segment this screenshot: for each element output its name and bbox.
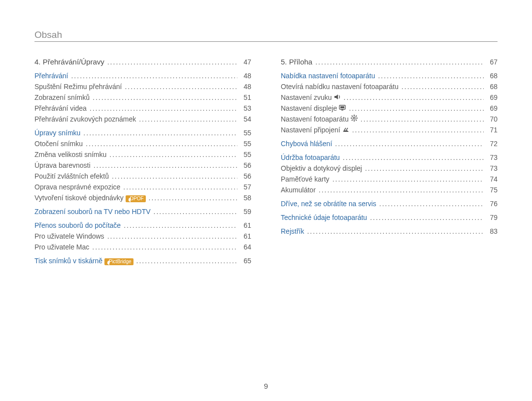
badge-pictbridge: PictBridge — [104, 258, 133, 265]
leader-dots — [365, 163, 484, 174]
right-column: 5. Příloha67Nabídka nastavení fotoaparát… — [281, 57, 498, 266]
leader-dots — [378, 70, 484, 81]
toc-item-left-0-3-label: Přehrávání zvukových poznámek — [34, 114, 136, 124]
toc-item-left-3-0: Pro uživatele Windows61 — [34, 231, 251, 242]
leader-dots — [307, 226, 484, 237]
toc-item-left-1-5-label: Vytvoření tiskové objednávky — [34, 192, 124, 203]
group-header-left-2-label: Zobrazení souborů na TV nebo HDTV — [34, 206, 151, 217]
group-header-left-2-page: 59 — [240, 206, 251, 217]
leader-dots — [343, 152, 484, 163]
leader-dots — [319, 185, 484, 195]
group-header-right-3[interactable]: Dříve, než se obrátíte na servis76 — [281, 198, 498, 209]
leader-dots — [107, 231, 237, 242]
group-header-left-1[interactable]: Úpravy snímku55 — [34, 127, 251, 138]
group-header-right-1[interactable]: Chybová hlášení72 — [281, 138, 498, 149]
group-header-right-3-label: Dříve, než se obrátíte na servis — [281, 198, 376, 209]
toc-item-left-1-2: Úprava barevnosti56 — [34, 160, 251, 171]
group-header-right-0-page: 68 — [487, 70, 498, 81]
toc-item-right-2-1-label: Paměťové karty — [281, 174, 330, 185]
leader-dots — [401, 81, 484, 92]
leader-dots — [124, 220, 237, 231]
group-header-left-3-page: 61 — [240, 220, 251, 231]
leader-dots — [332, 174, 484, 185]
group-header-left-4[interactable]: Tisk snímků v tiskárněPictBridge65 — [34, 255, 251, 266]
leader-dots — [92, 242, 237, 252]
group-header-right-5[interactable]: Rejstřík83 — [281, 226, 498, 237]
badge-dpof: DPOF — [126, 195, 146, 202]
group-header-left-2[interactable]: Zobrazení souborů na TV nebo HDTV59 — [34, 206, 251, 217]
group-header-right-1-page: 72 — [487, 138, 498, 149]
display-icon — [339, 105, 346, 111]
group-header-right-0-label: Nabídka nastavení fotoaparátu — [281, 70, 375, 81]
group-header-right-2-label: Údržba fotoaparátu — [281, 152, 340, 163]
toc-item-left-0-0-label: Spuštění Režimu přehrávání — [34, 81, 122, 92]
toc-item-left-1-4: Oprava nesprávné expozice57 — [34, 182, 251, 192]
group-header-left-4-page: 65 — [240, 255, 251, 266]
toc-item-left-1-1-label: Změna velikosti snímku — [34, 149, 106, 160]
toc-item-right-2-0-page: 73 — [487, 163, 498, 174]
group-header-right-4-label: Technické údaje fotoaparátu — [281, 212, 367, 223]
leader-dots — [93, 92, 237, 103]
group-header-right-4[interactable]: Technické údaje fotoaparátu79 — [281, 212, 498, 223]
toc-item-left-1-0-page: 55 — [240, 138, 251, 149]
toc-item-left-0-1-page: 51 — [240, 92, 251, 103]
toc-item-right-0-2-page: 69 — [487, 103, 498, 114]
section-header-left-page: 47 — [240, 57, 251, 67]
leader-dots — [71, 70, 237, 81]
toc-item-left-1-2-label: Úprava barevnosti — [34, 160, 91, 171]
section-header-left-label: 4. Přehrávání/Úpravy — [34, 57, 104, 67]
group-header-right-0[interactable]: Nabídka nastavení fotoaparátu68 — [281, 70, 498, 81]
toc-item-right-2-1: Paměťové karty74 — [281, 174, 498, 185]
toc-item-left-3-1-page: 64 — [240, 242, 251, 252]
leader-dots — [315, 57, 484, 67]
toc-item-right-0-3-label: Nastavení fotoaparátu — [281, 114, 349, 124]
toc-item-right-0-3-page: 70 — [487, 114, 498, 124]
leader-dots — [125, 81, 237, 92]
group-header-left-4-label: Tisk snímků v tiskárně — [34, 255, 102, 266]
section-header-right-page: 67 — [487, 57, 498, 67]
toc-item-left-1-5: Vytvoření tiskové objednávkyDPOF58 — [34, 192, 251, 203]
toc-item-left-1-3-label: Použití zvláštních efektů — [34, 171, 109, 182]
svg-line-8 — [352, 116, 353, 117]
group-header-right-4-page: 79 — [487, 212, 498, 223]
toc-item-right-0-1-page: 69 — [487, 92, 498, 103]
toc-item-right-2-0-label: Objektiv a dotykový displej — [281, 163, 362, 174]
toc-item-left-3-0-label: Pro uživatele Windows — [34, 231, 104, 242]
leader-dots — [90, 103, 237, 114]
toc-item-left-1-0: Otočení snímku55 — [34, 138, 251, 149]
leader-dots — [94, 160, 237, 171]
svg-line-10 — [356, 116, 357, 117]
svg-point-3 — [353, 117, 355, 119]
group-header-left-0-label: Přehrávání — [34, 70, 68, 81]
document-page: Obsah 4. Přehrávání/Úpravy47Přehrávání48… — [0, 0, 532, 401]
toc-item-left-0-1: Zobrazení snímků51 — [34, 92, 251, 103]
toc-item-left-1-4-page: 57 — [240, 182, 251, 192]
toc-item-right-0-2-label: Nastavení displeje — [281, 103, 337, 114]
toc-item-left-0-2-page: 53 — [240, 103, 251, 114]
leader-dots — [335, 138, 484, 149]
page-title: Obsah — [34, 30, 62, 40]
leader-dots — [112, 171, 237, 182]
group-header-right-2[interactable]: Údržba fotoaparátu73 — [281, 152, 498, 163]
leader-dots — [136, 255, 237, 266]
leader-dots — [109, 149, 237, 160]
group-header-right-2-page: 73 — [487, 152, 498, 163]
toc-item-right-2-2-page: 75 — [487, 185, 498, 195]
toc-item-right-0-2: Nastavení displeje69 — [281, 103, 498, 114]
toc-item-left-0-3-page: 54 — [240, 114, 251, 124]
section-header-right-label: 5. Příloha — [281, 57, 312, 67]
sound-icon — [334, 94, 341, 100]
group-header-left-0[interactable]: Přehrávání48 — [34, 70, 251, 81]
group-header-left-1-page: 55 — [240, 127, 251, 138]
leader-dots — [361, 114, 484, 124]
toc-item-right-0-4-page: 71 — [487, 124, 498, 135]
toc-item-left-0-2: Přehrávání videa53 — [34, 103, 251, 114]
toc-item-left-1-5-page: 58 — [240, 192, 251, 203]
title-row: Obsah — [34, 30, 498, 42]
svg-line-9 — [356, 120, 357, 121]
leader-dots — [107, 57, 237, 67]
leader-dots — [349, 103, 484, 114]
group-header-left-1-label: Úpravy snímku — [34, 127, 80, 138]
leader-dots — [352, 124, 484, 135]
group-header-left-3[interactable]: Přenos souborů do počítače61 — [34, 220, 251, 231]
